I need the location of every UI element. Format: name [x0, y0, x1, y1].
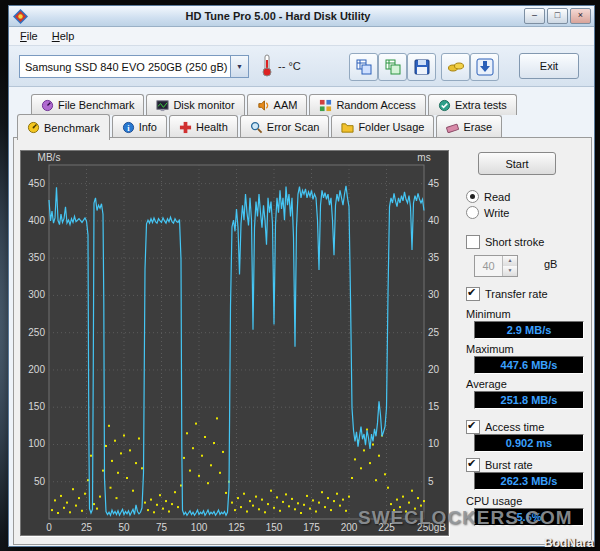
checkbox-icon	[466, 420, 480, 434]
svg-text:175: 175	[303, 522, 320, 533]
tab-error-scan[interactable]: Error Scan	[240, 115, 330, 138]
save-screenshot-button[interactable]	[407, 53, 436, 81]
spin-up-button[interactable]: ▲	[503, 256, 517, 266]
access-time-checkbox[interactable]: Access time	[466, 420, 544, 434]
donate-button[interactable]	[441, 53, 470, 81]
svg-text:0: 0	[46, 522, 52, 533]
checkbox-icon	[466, 235, 480, 249]
health-cross-icon	[179, 121, 192, 134]
copy-text-button[interactable]	[378, 53, 407, 81]
maximize-button[interactable]: □	[547, 8, 568, 24]
tab-folder-usage[interactable]: Folder Usage	[331, 115, 434, 138]
tab-aam[interactable]: AAM	[247, 94, 308, 115]
svg-text:25: 25	[428, 327, 440, 338]
short-stroke-checkbox[interactable]: Short stroke	[466, 235, 544, 249]
tab-erase[interactable]: Erase	[436, 115, 502, 138]
write-radio[interactable]: Write	[466, 206, 509, 219]
tab-label: Folder Usage	[358, 121, 424, 133]
radio-icon	[466, 206, 479, 219]
start-button[interactable]: Start	[478, 152, 556, 175]
close-button[interactable]: ×	[570, 8, 591, 24]
tab-file-benchmark[interactable]: File Benchmark	[31, 94, 144, 115]
write-label: Write	[484, 207, 509, 219]
tab-row-secondary: File Benchmark Disk monitor AAM Random A…	[9, 94, 594, 115]
error-scan-magnifier-icon	[250, 121, 263, 134]
tab-label: Error Scan	[267, 121, 320, 133]
svg-text:450: 450	[28, 178, 45, 189]
tab-extra-tests[interactable]: Extra tests	[428, 94, 517, 115]
svg-text:150: 150	[28, 401, 45, 412]
svg-text:200: 200	[28, 364, 45, 375]
hdtune-window: HD Tune Pro 5.00 - Hard Disk Utility – □…	[8, 5, 595, 547]
short-stroke-label: Short stroke	[485, 236, 544, 248]
svg-text:100: 100	[191, 522, 208, 533]
download-arrow-icon	[476, 58, 494, 76]
minimize-button[interactable]: –	[524, 8, 545, 24]
short-stroke-unit: gB	[544, 258, 557, 270]
info-icon: i	[122, 121, 135, 134]
tab-label: Benchmark	[44, 122, 100, 134]
svg-text:400: 400	[28, 215, 45, 226]
burst-rate-value: 262.3 MB/s	[474, 472, 584, 490]
benchmark-chart: 4504540040350353003025025200201501510010…	[20, 150, 449, 536]
tab-info[interactable]: i Info	[112, 115, 167, 138]
svg-text:ms: ms	[417, 152, 430, 163]
maximum-value: 447.6 MB/s	[474, 356, 584, 374]
menu-help[interactable]: Help	[45, 29, 82, 43]
toolbar: Samsung SSD 840 EVO 250GB (250 gB) ▼ -- …	[9, 46, 594, 87]
short-stroke-value: 40	[475, 256, 502, 276]
tab-label: Info	[139, 121, 157, 133]
transfer-rate-label: Transfer rate	[485, 288, 548, 300]
update-button[interactable]	[470, 53, 499, 81]
svg-text:20: 20	[428, 364, 440, 375]
checkbox-icon	[466, 287, 480, 301]
svg-text:35: 35	[428, 252, 440, 263]
copy-text-icon	[384, 58, 402, 76]
tab-label: Extra tests	[455, 99, 507, 111]
benchmark-graph: 4504540040350353003025025200201501510010…	[21, 151, 448, 535]
titlebar[interactable]: HD Tune Pro 5.00 - Hard Disk Utility – □…	[9, 6, 594, 27]
average-label: Average	[466, 378, 507, 390]
read-radio[interactable]: Read	[466, 190, 510, 203]
drive-select-value: Samsung SSD 840 EVO 250GB (250 gB)	[20, 61, 230, 73]
random-access-icon	[319, 99, 332, 112]
spin-down-button[interactable]: ▼	[503, 266, 517, 276]
chevron-down-icon[interactable]: ▼	[230, 56, 248, 77]
copy-screenshot-icon	[355, 58, 373, 76]
copy-screenshot-button[interactable]	[349, 53, 378, 81]
svg-text:MB/s: MB/s	[38, 152, 61, 163]
window-title: HD Tune Pro 5.00 - Hard Disk Utility	[32, 10, 524, 22]
tab-random-access[interactable]: Random Access	[309, 94, 425, 115]
svg-text:15: 15	[428, 401, 440, 412]
tab-benchmark[interactable]: Benchmark	[17, 114, 110, 140]
tab-health[interactable]: Health	[169, 115, 238, 138]
svg-text:50: 50	[118, 522, 130, 533]
tab-disk-monitor[interactable]: Disk monitor	[146, 94, 244, 115]
svg-text:30: 30	[428, 289, 440, 300]
svg-text:40: 40	[428, 215, 440, 226]
window-controls: – □ ×	[524, 8, 591, 24]
svg-text:125: 125	[228, 522, 245, 533]
menu-bar: File Help	[9, 27, 594, 46]
minimum-label: Minimum	[466, 308, 511, 320]
exit-button[interactable]: Exit	[519, 53, 579, 79]
svg-text:300: 300	[28, 289, 45, 300]
transfer-rate-checkbox[interactable]: Transfer rate	[466, 287, 548, 301]
tab-label: Health	[196, 121, 228, 133]
burst-rate-checkbox[interactable]: Burst rate	[466, 458, 533, 472]
bodnara-watermark: BodNara	[544, 536, 594, 550]
desktop-background: HD Tune Pro 5.00 - Hard Disk Utility – □…	[0, 0, 600, 551]
short-stroke-spinner[interactable]: 40 ▲▼	[474, 255, 518, 277]
tab-label: Random Access	[336, 99, 415, 111]
menu-file[interactable]: File	[13, 29, 45, 43]
tab-row-primary: Benchmark i Info Health Error Scan Folde…	[9, 115, 594, 138]
radio-icon	[466, 190, 479, 203]
drive-select[interactable]: Samsung SSD 840 EVO 250GB (250 gB) ▼	[19, 55, 249, 78]
checkbox-icon	[466, 458, 480, 472]
app-icon	[13, 9, 28, 24]
svg-text:100: 100	[28, 438, 45, 449]
cpu-usage-label: CPU usage	[466, 495, 522, 507]
read-label: Read	[484, 191, 510, 203]
tab-label: File Benchmark	[58, 99, 134, 111]
save-icon	[413, 58, 431, 76]
